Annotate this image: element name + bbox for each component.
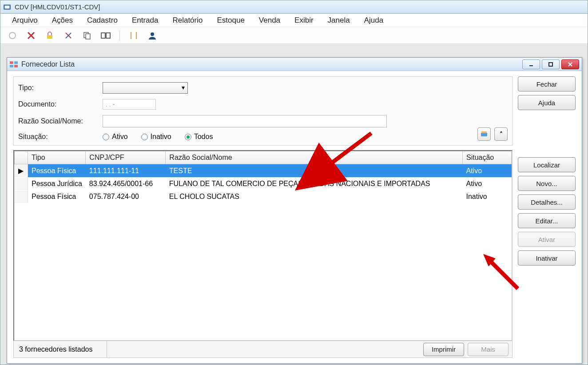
cell-doc: 83.924.465/0001-66 [86,178,166,190]
cell-doc: 075.787.424-00 [86,190,166,203]
tipo-dropdown[interactable] [103,82,188,94]
menu-estoque[interactable]: Estoque [210,14,251,27]
cell-razao: TESTE [166,164,463,178]
cell-razao: FULANO DE TAL COMERCIO DE PEÇAS USADAS N… [166,178,463,190]
documento-label: Documento: [18,100,103,108]
svg-rect-3 [47,35,52,39]
row-marker [15,178,28,190]
menubar: Arquivo Ações Cadastro Entrada Relatório… [0,14,588,27]
toolbar [0,27,588,44]
cell-tipo: Pessoa Jurídica [28,178,86,190]
radio-todos[interactable]: Todos [185,133,213,141]
workspace: Fornecedor Lista Tipo: Documento: [0,44,588,365]
novo-button[interactable]: Novo... [518,176,576,191]
svg-rect-17 [481,133,487,136]
clear-filter-button[interactable] [477,127,491,141]
fornecedor-lista-window: Fornecedor Lista Tipo: Documento: [7,57,582,364]
app-title: CDV [HMLCDV01/ST1-CDV] [15,3,100,11]
editar-button[interactable]: Editar... [518,213,576,228]
col-doc[interactable]: CNPJ/CPF [86,151,166,164]
toolbar-copy-icon[interactable] [81,30,93,41]
mais-button[interactable]: Mais [468,343,509,356]
documento-input[interactable]: . . - [103,99,156,110]
ativar-button[interactable]: Ativar [518,232,576,247]
toolbar-user-icon[interactable] [147,30,158,41]
menu-arquivo[interactable]: Arquivo [5,14,45,27]
svg-rect-1 [4,5,9,8]
toolbar-tools-icon[interactable] [25,30,37,41]
razao-input[interactable] [103,115,387,127]
collapse-button[interactable]: ˄ [494,127,508,141]
menu-janela[interactable]: Janela [321,14,357,27]
grid-rowheader-col [15,151,28,164]
cell-sit: Inativo [463,190,512,203]
cell-tipo: Pessoa Física [28,164,86,178]
col-tipo[interactable]: Tipo [28,151,86,164]
menu-ajuda[interactable]: Ajuda [357,14,390,27]
svg-point-2 [9,32,16,39]
svg-rect-18 [481,131,487,133]
table-row[interactable]: ▶Pessoa Física111.111.111-11TESTEAtivo [15,164,512,178]
row-marker [15,190,28,203]
cell-tipo: Pessoa Física [28,190,86,203]
table-row[interactable]: Pessoa Física075.787.424-00EL CHOLO SUCA… [15,190,512,203]
toolbar-separator [119,30,120,41]
minimize-button[interactable] [522,60,540,69]
radio-todos-label: Todos [194,133,213,141]
maximize-button[interactable] [542,60,560,69]
menu-exibir[interactable]: Exibir [287,14,321,27]
razao-label: Razão Social/Nome: [18,117,103,125]
fechar-button[interactable]: Fechar [518,76,576,91]
form-icon [10,61,18,68]
cell-sit: Ativo [463,164,512,178]
cell-razao: EL CHOLO SUCATAS [166,190,463,203]
svg-rect-9 [131,32,136,39]
situacao-label: Situação: [18,133,103,141]
app-icon [3,3,11,11]
svg-rect-13 [10,65,13,67]
tipo-label: Tipo: [18,84,103,92]
toolbar-book-icon[interactable] [128,30,139,41]
svg-rect-6 [101,33,105,38]
filter-panel: Tipo: Documento: . . - Razão Social/Nome… [13,76,513,146]
svg-rect-7 [106,33,110,38]
svg-rect-5 [86,34,90,39]
side-buttons: Fechar Ajuda Localizar Novo... Detalhes.… [518,76,576,358]
radio-ativo-label: Ativo [112,133,128,141]
app-window: CDV [HMLCDV01/ST1-CDV] Arquivo Ações Cad… [0,0,588,365]
toolbar-lock-icon[interactable] [44,30,56,41]
col-razao[interactable]: Razão Social/Nome [166,151,463,164]
radio-inativo-label: Inativo [151,133,171,141]
inativar-button[interactable]: Inativar [518,250,576,266]
svg-rect-16 [549,63,552,66]
menu-entrada[interactable]: Entrada [125,14,166,27]
menu-venda[interactable]: Venda [252,14,287,27]
results-grid[interactable]: Tipo CNPJ/CPF Razão Social/Nome Situação… [13,150,513,341]
app-titlebar: CDV [HMLCDV01/ST1-CDV] [0,0,588,14]
radio-ativo[interactable]: Ativo [103,133,128,141]
row-marker: ▶ [15,164,28,178]
toolbar-btn-1[interactable] [7,30,18,41]
svg-rect-11 [10,61,13,64]
toolbar-settings-icon[interactable] [63,30,74,41]
ajuda-button[interactable]: Ajuda [518,95,576,110]
grid-footer: 3 fornecedores listados Imprimir Mais [13,341,513,358]
imprimir-button[interactable]: Imprimir [423,343,464,356]
cell-doc: 111.111.111-11 [86,164,166,178]
localizar-button[interactable]: Localizar [518,157,576,172]
status-text: 3 fornecedores listados [14,341,107,357]
menu-acoes[interactable]: Ações [45,14,80,27]
table-row[interactable]: Pessoa Jurídica83.924.465/0001-66FULANO … [15,178,512,190]
modal-titlebar[interactable]: Fornecedor Lista [7,58,582,71]
close-button[interactable] [561,60,579,69]
menu-cadastro[interactable]: Cadastro [80,14,125,27]
modal-title: Fornecedor Lista [21,60,75,68]
toolbar-swap-icon[interactable] [100,30,111,41]
detalhes-button[interactable]: Detalhes... [518,194,576,210]
cell-sit: Ativo [463,178,512,190]
svg-point-10 [151,32,154,36]
radio-inativo[interactable]: Inativo [141,133,171,141]
menu-relatorio[interactable]: Relatório [165,14,210,27]
col-situacao[interactable]: Situação [463,151,512,164]
svg-rect-12 [14,61,18,64]
